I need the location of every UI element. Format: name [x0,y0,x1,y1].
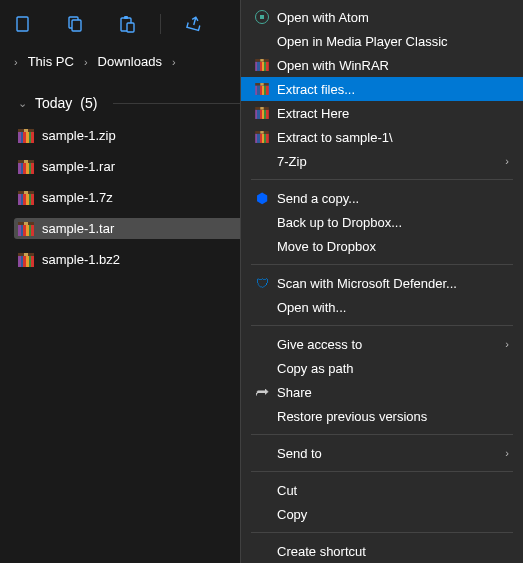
menu-item-label: Move to Dropbox [273,239,513,254]
copy-icon[interactable] [66,15,84,33]
menu-separator [251,471,513,472]
menu-icon-spacer [251,506,273,522]
svg-rect-2 [72,20,81,31]
menu-separator [251,325,513,326]
menu-item[interactable]: Open in Media Player Classic [241,29,523,53]
menu-item-label: Give access to [273,337,505,352]
menu-item-label: Open with... [273,300,513,315]
menu-item-label: Open in Media Player Classic [273,34,513,49]
archive-icon [18,253,34,267]
menu-item[interactable]: Restore previous versions [241,404,523,428]
menu-icon-spacer [251,214,273,230]
menu-icon-spacer [251,543,273,559]
file-name: sample-1.bz2 [42,252,120,267]
menu-icon-spacer [251,482,273,498]
archive-icon [251,81,273,97]
archive-icon [251,105,273,121]
chevron-right-icon: › [505,447,513,459]
menu-item[interactable]: Copy as path [241,356,523,380]
menu-item[interactable]: Back up to Dropbox... [241,210,523,234]
menu-icon-spacer [251,445,273,461]
menu-item[interactable]: Cut [241,478,523,502]
menu-item-label: Back up to Dropbox... [273,215,513,230]
menu-item-label: Send to [273,446,505,461]
menu-icon-spacer [251,360,273,376]
share-out-icon: ⮫ [251,384,273,400]
toolbar-separator [160,14,161,34]
share-icon[interactable] [185,15,203,33]
menu-item[interactable]: ⮫Share [241,380,523,404]
menu-item-label: 7-Zip [273,154,505,169]
section-title: Today [35,95,72,111]
archive-icon [251,57,273,73]
menu-item[interactable]: 🛡Scan with Microsoft Defender... [241,271,523,295]
menu-item-label: Restore previous versions [273,409,513,424]
menu-icon-spacer [251,238,273,254]
menu-item[interactable]: Extract files... [241,77,523,101]
menu-icon-spacer [251,33,273,49]
file-name: sample-1.7z [42,190,113,205]
menu-separator [251,434,513,435]
archive-icon [18,129,34,143]
menu-separator [251,532,513,533]
context-menu: Open with AtomOpen in Media Player Class… [240,0,523,563]
menu-item-label: Extract Here [273,106,513,121]
menu-item[interactable]: Open with... [241,295,523,319]
menu-item-label: Extract to sample-1\ [273,130,513,145]
menu-item-label: Copy as path [273,361,513,376]
chevron-right-icon: › [84,56,88,68]
menu-item[interactable]: Send to› [241,441,523,465]
menu-item[interactable]: Give access to› [241,332,523,356]
dropbox-icon: ⬢ [251,190,273,206]
archive-icon [251,129,273,145]
menu-item[interactable]: Extract to sample-1\ [241,125,523,149]
menu-item[interactable]: Copy [241,502,523,526]
menu-item-label: Open with WinRAR [273,58,513,73]
shield-icon: 🛡 [251,275,273,291]
menu-item-label: Share [273,385,513,400]
menu-item[interactable]: 7-Zip› [241,149,523,173]
chevron-right-icon: › [505,155,513,167]
breadcrumb-part[interactable]: Downloads [98,54,162,69]
chevron-right-icon: › [14,56,18,68]
menu-item-label: Copy [273,507,513,522]
menu-item-label: Open with Atom [273,10,513,25]
chevron-right-icon: › [505,338,513,350]
menu-item-label: Create shortcut [273,544,513,559]
menu-item[interactable]: Create shortcut [241,539,523,563]
chevron-down-icon: ⌄ [18,97,27,110]
archive-icon [18,222,34,236]
file-name: sample-1.rar [42,159,115,174]
menu-item[interactable]: Open with WinRAR [241,53,523,77]
menu-item-label: Extract files... [273,82,513,97]
menu-item-label: Send a copy... [273,191,513,206]
menu-item[interactable]: Move to Dropbox [241,234,523,258]
menu-icon-spacer [251,299,273,315]
menu-icon-spacer [251,408,273,424]
chevron-right-icon: › [172,56,176,68]
archive-icon [18,191,34,205]
breadcrumb-part[interactable]: This PC [28,54,74,69]
menu-item-label: Cut [273,483,513,498]
file-name: sample-1.tar [42,221,114,236]
menu-separator [251,264,513,265]
paste-icon[interactable] [118,15,136,33]
menu-icon-spacer [251,153,273,169]
file-name: sample-1.zip [42,128,116,143]
section-count: (5) [80,95,97,111]
archive-icon [18,160,34,174]
menu-item[interactable]: Extract Here [241,101,523,125]
menu-item[interactable]: Open with Atom [241,5,523,29]
menu-separator [251,179,513,180]
atom-icon [251,9,273,25]
menu-item[interactable]: ⬢Send a copy... [241,186,523,210]
svg-rect-0 [17,17,28,31]
new-item-icon[interactable] [14,15,32,33]
menu-icon-spacer [251,336,273,352]
svg-rect-5 [127,23,134,32]
svg-rect-4 [124,16,128,19]
menu-item-label: Scan with Microsoft Defender... [273,276,513,291]
